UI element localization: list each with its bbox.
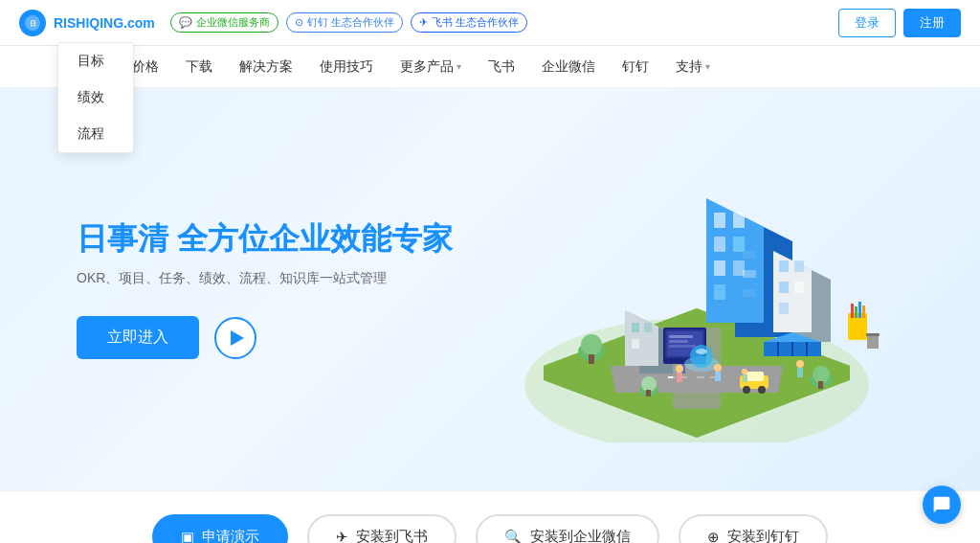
hero-section: 日事清 全方位企业效能专家 OKR、项目、任务、绩效、流程、知识库一站式管理 立… bbox=[0, 88, 980, 490]
nav-item-support[interactable]: 支持 ▾ bbox=[662, 46, 724, 88]
svg-point-53 bbox=[743, 386, 750, 394]
svg-rect-46 bbox=[669, 345, 696, 348]
svg-rect-14 bbox=[714, 237, 725, 252]
logo-text: RISHIQING.com bbox=[54, 15, 155, 31]
svg-point-54 bbox=[758, 386, 766, 394]
floating-chat-button[interactable] bbox=[923, 486, 961, 524]
feishu-install-icon: ✈ bbox=[336, 529, 348, 544]
header: 日 RISHIQING.com 💬 企业微信服务商 ⊙ 钉钉 生态合作伙伴 ✈ … bbox=[0, 0, 980, 46]
nav-item-solutions[interactable]: 解决方案 bbox=[226, 46, 306, 88]
wecom-install-button[interactable]: 🔍 安装到企业微信 bbox=[476, 514, 659, 543]
svg-rect-69 bbox=[743, 374, 747, 382]
dropdown-item-performance[interactable]: 绩效 bbox=[58, 79, 133, 116]
svg-rect-15 bbox=[733, 237, 745, 252]
badge-dingding: ⊙ 钉钉 生态合作伙伴 bbox=[286, 12, 403, 33]
svg-rect-34 bbox=[644, 323, 652, 332]
dingding-install-button[interactable]: ⊕ 安装到钉钉 bbox=[679, 514, 828, 543]
svg-point-64 bbox=[676, 365, 683, 373]
svg-rect-28 bbox=[794, 282, 804, 293]
nav-item-dingding[interactable]: 钉钉 bbox=[609, 46, 662, 88]
nav-item-tips[interactable]: 使用技巧 bbox=[306, 46, 387, 88]
svg-rect-74 bbox=[855, 306, 858, 318]
svg-rect-76 bbox=[862, 305, 865, 318]
play-icon bbox=[231, 330, 244, 346]
svg-rect-21 bbox=[743, 289, 756, 297]
svg-rect-78 bbox=[866, 333, 880, 336]
hero-illustration bbox=[490, 126, 903, 452]
svg-rect-13 bbox=[733, 213, 745, 228]
svg-rect-27 bbox=[779, 282, 789, 293]
svg-point-59 bbox=[813, 366, 830, 383]
bottom-actions: ▣ 申请演示 ✈ 安装到飞书 🔍 安装到企业微信 ⊕ 安装到钉钉 bbox=[0, 490, 980, 543]
nav-item-feishu[interactable]: 飞书 bbox=[475, 46, 528, 88]
hero-actions: 立即进入 bbox=[77, 316, 490, 359]
svg-rect-65 bbox=[677, 373, 682, 382]
svg-point-50 bbox=[696, 349, 707, 354]
svg-rect-57 bbox=[589, 354, 594, 364]
chat-icon bbox=[932, 495, 951, 514]
svg-point-68 bbox=[742, 369, 747, 374]
svg-rect-18 bbox=[714, 284, 725, 300]
demo-button[interactable]: ▣ 申请演示 bbox=[152, 514, 288, 543]
header-badges: 💬 企业微信服务商 ⊙ 钉钉 生态合作伙伴 ✈ 飞书 生态合作伙伴 bbox=[170, 12, 527, 33]
svg-rect-20 bbox=[743, 270, 756, 278]
login-button[interactable]: 登录 bbox=[838, 9, 896, 37]
dropdown-item-workflow[interactable]: 流程 bbox=[58, 116, 133, 152]
svg-rect-19 bbox=[743, 251, 756, 259]
hero-content: 日事清 全方位企业效能专家 OKR、项目、任务、绩效、流程、知识库一站式管理 立… bbox=[77, 219, 490, 360]
svg-point-66 bbox=[714, 364, 722, 372]
hero-subtitle: OKR、项目、任务、绩效、流程、知识库一站式管理 bbox=[77, 270, 490, 287]
svg-point-56 bbox=[581, 334, 602, 355]
features-dropdown: 目标 绩效 流程 bbox=[57, 42, 134, 153]
dropdown-item-goals[interactable]: 目标 bbox=[58, 43, 133, 79]
svg-rect-26 bbox=[794, 260, 804, 272]
hero-title: 日事清 全方位企业效能专家 bbox=[77, 219, 490, 260]
svg-rect-44 bbox=[669, 335, 693, 338]
nav-item-more[interactable]: 更多产品 ▾ bbox=[387, 46, 475, 88]
wecom-install-icon: 🔍 bbox=[504, 529, 523, 544]
wechat-icon: 💬 bbox=[179, 16, 192, 29]
dingding-icon: ⊙ bbox=[295, 16, 303, 29]
header-right: 登录 注册 bbox=[838, 9, 961, 37]
chevron-down-icon-3: ▾ bbox=[705, 61, 710, 72]
badge-feishu: ✈ 飞书 生态合作伙伴 bbox=[411, 12, 527, 33]
main-nav: 功能 ▾ 价格 下载 解决方案 使用技巧 更多产品 ▾ 飞书 企业微信 钉钉 支… bbox=[0, 46, 980, 88]
svg-rect-75 bbox=[858, 302, 861, 318]
svg-rect-45 bbox=[669, 340, 688, 343]
svg-rect-29 bbox=[779, 303, 789, 314]
logo-area: 日 RISHIQING.com bbox=[19, 10, 155, 36]
feishu-icon: ✈ bbox=[419, 16, 428, 29]
svg-marker-32 bbox=[625, 310, 658, 366]
svg-rect-35 bbox=[632, 339, 639, 349]
svg-rect-12 bbox=[714, 213, 725, 228]
cta-button[interactable]: 立即进入 bbox=[77, 316, 199, 359]
svg-point-62 bbox=[641, 376, 657, 392]
svg-rect-16 bbox=[714, 260, 725, 276]
svg-rect-77 bbox=[867, 335, 879, 349]
svg-point-49 bbox=[690, 345, 713, 368]
svg-text:日: 日 bbox=[30, 19, 36, 26]
svg-rect-60 bbox=[818, 381, 823, 389]
nav-item-download[interactable]: 下载 bbox=[172, 46, 226, 88]
nav-item-wecom[interactable]: 企业微信 bbox=[528, 46, 609, 88]
register-button[interactable]: 注册 bbox=[903, 9, 961, 37]
demo-icon: ▣ bbox=[181, 529, 194, 544]
badge-wechat: 💬 企业微信服务商 bbox=[170, 12, 278, 33]
svg-rect-25 bbox=[779, 260, 789, 272]
svg-rect-33 bbox=[632, 323, 639, 332]
chevron-down-icon-2: ▾ bbox=[457, 61, 461, 72]
svg-rect-63 bbox=[646, 390, 651, 396]
svg-rect-71 bbox=[797, 368, 803, 377]
play-button[interactable] bbox=[214, 317, 256, 359]
svg-rect-67 bbox=[715, 372, 721, 381]
dingding-install-icon: ⊕ bbox=[707, 529, 720, 544]
feishu-install-button[interactable]: ✈ 安装到飞书 bbox=[307, 514, 457, 543]
city-illustration bbox=[496, 136, 898, 442]
svg-rect-73 bbox=[851, 304, 854, 318]
logo-icon: 日 bbox=[19, 10, 46, 36]
svg-point-70 bbox=[796, 360, 804, 368]
